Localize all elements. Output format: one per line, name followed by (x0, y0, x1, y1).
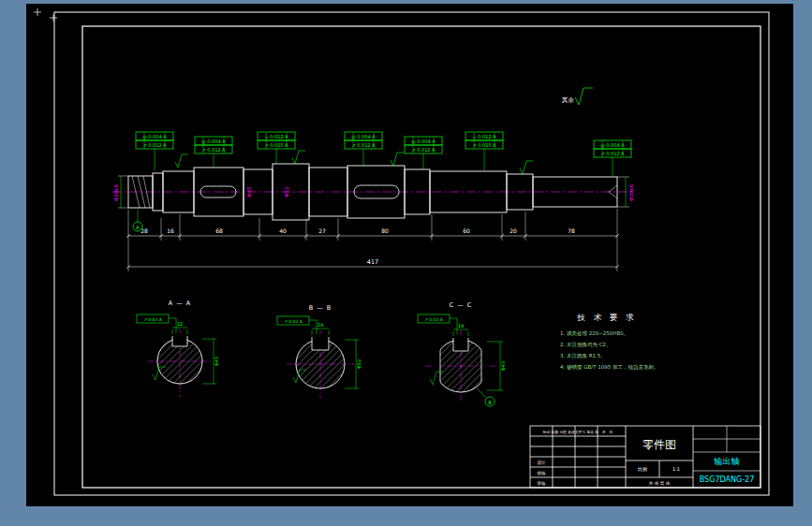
fcf-text: ◎ 0.004 A (411, 139, 436, 144)
keyway-mask (313, 334, 329, 349)
dim-text: 27 (318, 227, 326, 234)
cad-window: 28 16 68 40 27 80 60 20 78 417 Φ30k6 Φ30… (0, 0, 812, 526)
audit-label: 审核 (538, 481, 547, 486)
fcf-text: ↗ 0.012 A (600, 151, 625, 156)
dim-text: 40 (279, 227, 287, 234)
datum-letter: A (136, 225, 140, 230)
cad-drawing: 28 16 68 40 27 80 60 20 78 417 Φ30k6 Φ30… (0, 0, 812, 526)
tech-req-line: 2. 未注倒角均为 C2。 (560, 342, 612, 348)
doc-type: 零件图 (642, 438, 676, 451)
section-dia-text: Φ52 (356, 359, 362, 369)
section-label: C — C (450, 301, 473, 309)
tech-req-line: 4. 键槽按 GB/T 1095 加工，锐边去毛刺。 (560, 364, 659, 371)
design-label: 设计 (538, 460, 547, 465)
flat-mask-right (481, 348, 489, 384)
dim-text: 60 (463, 227, 470, 234)
section-label: B — B (309, 304, 332, 312)
section-label: A — A (169, 300, 192, 307)
fcf-text: ↗ 0.012 A (201, 147, 226, 153)
right-dia-text: Φ30k6 (628, 183, 634, 201)
flat-mask-left (433, 348, 440, 384)
section-fcf-text: ↗ 0.02 A (284, 319, 303, 324)
part-name: 输出轴 (714, 457, 740, 466)
dim-text: 80 (381, 227, 389, 234)
keyway-width-text: 14 (317, 322, 323, 328)
left-dia-text: Φ30k6 (113, 183, 119, 201)
keyway-width-text: 14 (458, 323, 464, 329)
section-datum-letter: B (488, 400, 492, 405)
drawing-number: BSG7DANG-27 (700, 475, 754, 484)
section-dia-text: Φ45 (214, 357, 219, 366)
scale-label: 比例 (638, 466, 647, 473)
fcf-text: ◎ 0.004 A (201, 139, 226, 144)
check-label: 校核 (538, 471, 547, 475)
fcf-text: ◎ 0.004 A (351, 134, 376, 139)
dim-text: 20 (509, 227, 517, 234)
fcf-text: ⊥ 0.012 A (264, 134, 288, 139)
fcf-text: ↗ 0.015 A (264, 142, 288, 148)
mid-dia-text-1: Φ45 (246, 186, 252, 197)
fcf-text: ↗ 0.012 A (142, 142, 167, 148)
rest-label: 其余 (561, 96, 575, 104)
tech-req-line: 1. 调质处理 220~250HBS。 (560, 330, 628, 337)
keyway-mask (173, 333, 187, 346)
section-fcf-text: ↗ 0.02 A (424, 317, 444, 322)
dim-text: 78 (568, 227, 575, 234)
fcf-text: ↗ 0.015 A (472, 142, 496, 148)
keyway-mask (454, 335, 468, 351)
fcf-text: ⊥ 0.012 A (472, 134, 496, 139)
mid-dia-text-2: Φ52 (284, 186, 289, 197)
scale-value: 1:1 (672, 466, 680, 472)
tech-req-title: 技 术 要 求 (576, 313, 636, 322)
keyway-width-text: 12 (177, 321, 183, 327)
dim-text: 68 (215, 227, 223, 234)
fcf-text: ◎ 0.004 A (600, 142, 625, 148)
total-length-text: 417 (367, 258, 378, 266)
section-dia-text: Φ40 (500, 361, 506, 371)
revision-header: 标记 处数 分区 更改文件号 签名 年、月、日 (542, 430, 613, 434)
fcf-text: ↗ 0.012 A (351, 142, 376, 148)
section-fcf-text: ↗ 0.02 A (143, 317, 163, 322)
sheet-info: 共 张 第 张 (649, 481, 671, 486)
fcf-text: ◎ 0.004 A (142, 134, 167, 139)
drawing-canvas[interactable] (26, 4, 793, 506)
dim-text: 16 (167, 227, 174, 234)
tech-req-line: 3. 未注圆角 R1.5。 (560, 353, 606, 359)
fcf-text: ↗ 0.012 A (411, 147, 436, 153)
